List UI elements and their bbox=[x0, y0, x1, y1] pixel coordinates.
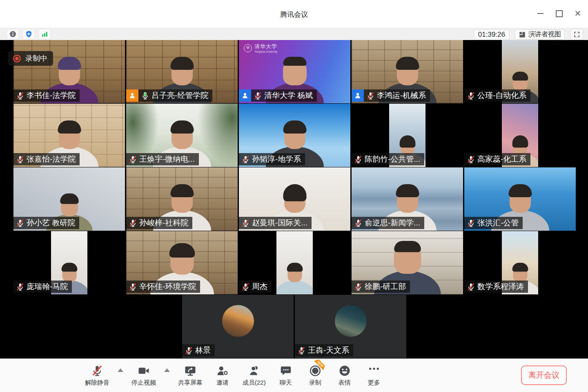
participant-tile[interactable]: 张洪汇-公管 bbox=[464, 167, 576, 231]
signal-icon bbox=[41, 30, 49, 38]
mic-muted-icon bbox=[467, 219, 475, 227]
shield-icon bbox=[25, 30, 33, 38]
participant-tile[interactable]: 林景 bbox=[182, 295, 294, 358]
participant-tile[interactable]: 孙峻梓-社科院 bbox=[126, 167, 238, 231]
members-button[interactable]: 成员(22) bbox=[239, 365, 269, 387]
mic-muted-icon bbox=[91, 365, 103, 377]
participant-name: 孙峻梓-社科院 bbox=[139, 218, 188, 228]
participant-name: 林景 bbox=[195, 345, 211, 356]
leave-meeting-button[interactable]: 离开会议 bbox=[521, 365, 567, 385]
minimize-button[interactable] bbox=[536, 9, 545, 18]
participant-tile[interactable]: 辛怀佳-环境学院 bbox=[126, 231, 238, 294]
participant-name: 赵曼琪-国际关... bbox=[252, 218, 307, 228]
control-bar: 解除静音 停止视频 共享屏幕 邀请 成员(22) 聊天 bbox=[0, 359, 588, 392]
tsinghua-watermark: 华 清华大学Tsinghua University bbox=[244, 43, 277, 53]
mic-muted-icon bbox=[16, 283, 24, 291]
chat-icon bbox=[280, 365, 292, 377]
camera-icon bbox=[138, 365, 150, 377]
participant-name: 数学系程泽涛 bbox=[477, 281, 524, 292]
mic-muted-icon bbox=[16, 219, 24, 227]
emoji-icon bbox=[339, 365, 351, 377]
participant-name: 清华大学 杨斌 bbox=[264, 90, 313, 101]
share-screen-icon bbox=[184, 365, 196, 377]
mic-muted-icon bbox=[129, 219, 137, 227]
participant-tile[interactable]: 李鸿运-机械系 bbox=[352, 40, 463, 103]
mic-active-icon bbox=[141, 91, 149, 100]
meeting-window: 腾讯会议 ✕ 01:39:26 演讲者视图 bbox=[0, 0, 588, 392]
participant-name: 孙小艺 教研院 bbox=[27, 218, 75, 228]
mic-muted-icon bbox=[16, 91, 24, 100]
meeting-timer: 01:39:26 bbox=[474, 29, 509, 40]
maximize-button[interactable] bbox=[555, 9, 564, 18]
participant-name: 张洪汇-公管 bbox=[477, 218, 519, 228]
meeting-info-button[interactable] bbox=[7, 29, 19, 40]
participant-tile[interactable]: 庞瑞翰-马院 bbox=[13, 231, 125, 294]
stop-video-button[interactable]: 停止视频 bbox=[128, 365, 159, 387]
participant-tile[interactable]: 数学系程泽涛 bbox=[464, 231, 576, 294]
more-icon bbox=[368, 365, 380, 377]
mic-muted-icon bbox=[241, 155, 250, 164]
participant-name: 王犇-天文系 bbox=[308, 345, 349, 356]
invite-button[interactable]: 邀请 bbox=[210, 365, 235, 387]
share-screen-button[interactable]: 共享屏幕 bbox=[175, 365, 206, 387]
user-badge bbox=[126, 89, 138, 102]
mic-muted-icon bbox=[185, 346, 193, 355]
participant-tile[interactable]: 公瑾-自动化系 bbox=[464, 40, 576, 103]
info-icon bbox=[9, 30, 17, 38]
participant-tile[interactable]: 孙小艺 教研院 bbox=[13, 167, 125, 231]
participant-name: 庞瑞翰-马院 bbox=[27, 281, 68, 292]
close-button[interactable]: ✕ bbox=[573, 9, 582, 18]
participant-tile[interactable]: 孙韬淳-地学系 bbox=[239, 104, 350, 167]
mic-muted-icon bbox=[467, 91, 475, 100]
emoji-button[interactable]: 表情 bbox=[332, 365, 357, 387]
participant-tile[interactable]: 王焕宇-微纳电... bbox=[126, 104, 238, 167]
layout-icon bbox=[519, 31, 526, 38]
mic-muted-icon bbox=[366, 91, 375, 100]
participant-name: 李鸿运-机械系 bbox=[377, 90, 426, 101]
record-button[interactable]: NEW 录制 bbox=[303, 365, 328, 387]
audio-options-chevron-icon[interactable] bbox=[118, 368, 123, 372]
speaker-view-button[interactable]: 演讲者视图 bbox=[515, 29, 565, 40]
participant-tile[interactable]: 赵曼琪-国际关... bbox=[239, 167, 350, 231]
participant-tile[interactable]: 张嘉怡-法学院 bbox=[13, 104, 125, 167]
participant-tile[interactable]: 俞逆思-新闻学... bbox=[352, 167, 463, 231]
participant-name: 王焕宇-微纳电... bbox=[139, 154, 195, 165]
tsinghua-seal-icon: 华 bbox=[244, 44, 252, 52]
participant-name: 周杰 bbox=[252, 281, 267, 292]
members-icon bbox=[248, 365, 260, 377]
meeting-toolbar: 01:39:26 演讲者视图 bbox=[0, 28, 588, 40]
participant-name: 吕子亮-经管学院 bbox=[151, 90, 208, 101]
network-status-button[interactable] bbox=[38, 29, 51, 40]
participant-name: 高家蕊-化工系 bbox=[477, 154, 526, 165]
participant-name: 孙韬淳-地学系 bbox=[252, 154, 301, 165]
invite-icon bbox=[216, 365, 229, 377]
participant-tile[interactable]: 王犇-天文系 bbox=[295, 295, 406, 358]
participant-tile[interactable]: 吕子亮-经管学院 bbox=[126, 40, 238, 103]
participant-tile[interactable]: 徐鹏-研工部 bbox=[352, 231, 463, 294]
participant-tile[interactable]: 高家蕊-化工系 bbox=[464, 104, 576, 167]
mic-muted-icon bbox=[254, 91, 262, 100]
participant-tile[interactable]: 周杰 bbox=[239, 231, 350, 294]
participant-tile[interactable]: 华 清华大学Tsinghua University 清华大学 杨斌 bbox=[239, 40, 350, 103]
participant-name: 张嘉怡-法学院 bbox=[27, 154, 76, 165]
participant-name: 陈韵竹-公共管... bbox=[365, 154, 420, 165]
user-badge bbox=[239, 89, 251, 102]
avatar bbox=[335, 305, 367, 337]
fullscreen-button[interactable] bbox=[570, 29, 583, 40]
participant-name: 辛怀佳-环境学院 bbox=[139, 281, 196, 292]
security-button[interactable] bbox=[22, 29, 35, 40]
participant-tile[interactable]: 李书佳-法学院 bbox=[13, 40, 125, 103]
record-icon bbox=[12, 54, 22, 63]
mic-muted-icon bbox=[354, 155, 363, 164]
fullscreen-icon bbox=[573, 31, 580, 38]
unmute-button[interactable]: 解除静音 bbox=[82, 365, 113, 387]
speaker-view-label: 演讲者视图 bbox=[528, 30, 561, 39]
more-button[interactable]: 更多 bbox=[361, 365, 387, 387]
mic-muted-icon bbox=[241, 283, 250, 291]
chat-button[interactable]: 聊天 bbox=[273, 365, 298, 387]
participant-tile[interactable]: 陈韵竹-公共管... bbox=[352, 104, 463, 167]
recording-label: 录制中 bbox=[25, 53, 47, 63]
mic-muted-icon bbox=[467, 155, 475, 164]
video-options-chevron-icon[interactable] bbox=[164, 368, 170, 372]
participant-name: 公瑾-自动化系 bbox=[477, 90, 526, 101]
